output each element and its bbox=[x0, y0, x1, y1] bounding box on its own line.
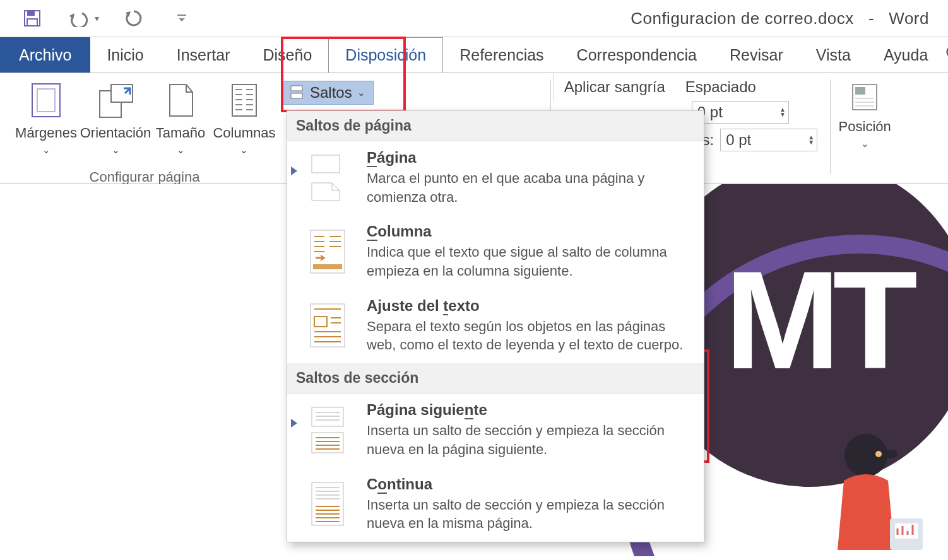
svg-rect-58 bbox=[312, 433, 343, 453]
tab-view[interactable]: Vista bbox=[800, 37, 867, 73]
chevron-down-icon: ⌄ bbox=[357, 87, 365, 98]
lightbulb-icon bbox=[944, 44, 948, 66]
continuous-break-icon bbox=[305, 475, 350, 533]
app-name: Word bbox=[889, 9, 929, 28]
tab-help[interactable]: Ayuda bbox=[867, 37, 944, 73]
column-break-icon bbox=[305, 223, 350, 280]
svg-rect-21 bbox=[291, 93, 302, 98]
spacing-after-input[interactable]: 0 pt ▲▼ bbox=[720, 129, 817, 151]
orientation-icon bbox=[96, 81, 135, 120]
position-icon bbox=[849, 81, 880, 114]
svg-rect-2 bbox=[27, 19, 37, 26]
svg-rect-45 bbox=[313, 264, 342, 269]
breaks-icon bbox=[290, 85, 305, 101]
customize-icon bbox=[176, 13, 187, 24]
breaks-button[interactable]: Saltos ⌄ bbox=[281, 81, 374, 105]
item-title: Ajuste del texto bbox=[367, 297, 691, 315]
tab-design[interactable]: Diseño bbox=[247, 37, 329, 73]
columns-icon bbox=[228, 81, 260, 120]
undo-icon bbox=[67, 9, 92, 27]
spacing-label: Espaciado bbox=[685, 78, 817, 96]
svg-rect-1 bbox=[27, 11, 35, 16]
page-size-icon bbox=[165, 81, 196, 120]
undo-button[interactable]: ▾ bbox=[63, 7, 103, 30]
spinner-arrows-icon[interactable]: ▲▼ bbox=[808, 135, 814, 145]
window-title: Configuracion de correo.docx - Word bbox=[631, 9, 929, 28]
group-page-setup: Márgenes⌄ Orientación⌄ Tamaño⌄ Columnas⌄… bbox=[0, 73, 281, 189]
svg-rect-20 bbox=[291, 86, 302, 91]
spinner-arrows-icon[interactable]: ▲▼ bbox=[779, 107, 786, 117]
document-name: Configuracion de correo.docx bbox=[631, 9, 854, 28]
tell-me-button[interactable] bbox=[944, 37, 948, 73]
break-continuous-item[interactable]: Continua Inserta un salto de sección y e… bbox=[287, 468, 704, 542]
svg-rect-23 bbox=[855, 87, 865, 95]
tab-file[interactable]: Archivo bbox=[0, 37, 90, 73]
logo-text: MT bbox=[725, 241, 910, 400]
item-title: Página siguiente bbox=[367, 401, 691, 419]
tab-mailings[interactable]: Correspondencia bbox=[560, 37, 713, 73]
item-desc: Marca el punto en el que acaba una págin… bbox=[367, 169, 691, 206]
svg-rect-3 bbox=[177, 15, 186, 16]
position-button[interactable]: Posición⌄ bbox=[833, 73, 896, 151]
text-wrap-break-icon bbox=[305, 297, 350, 354]
item-desc: Inserta un salto de sección y empieza la… bbox=[367, 496, 691, 533]
orientation-button[interactable]: Orientación⌄ bbox=[81, 77, 150, 157]
tab-layout[interactable]: Disposición bbox=[328, 37, 443, 73]
tab-insert[interactable]: Insertar bbox=[160, 37, 247, 73]
title-bar: ▾ Configuracion de correo.docx - Word bbox=[0, 0, 948, 37]
svg-rect-36 bbox=[312, 155, 340, 173]
illustration-person bbox=[809, 424, 923, 556]
svg-rect-54 bbox=[312, 407, 343, 426]
chevron-down-icon: ⌄ bbox=[177, 144, 185, 155]
ribbon-tabs: Archivo Inicio Insertar Diseño Disposici… bbox=[0, 37, 948, 73]
tab-home[interactable]: Inicio bbox=[90, 37, 160, 73]
item-title: Continua bbox=[367, 475, 691, 493]
margins-button[interactable]: Márgenes⌄ bbox=[11, 77, 81, 157]
save-icon bbox=[23, 9, 42, 28]
repeat-button[interactable] bbox=[121, 6, 147, 30]
dropdown-header-page-breaks: Saltos de página bbox=[287, 111, 704, 141]
chevron-down-icon: ⌄ bbox=[112, 144, 120, 155]
repeat-icon bbox=[124, 9, 143, 28]
tab-review[interactable]: Revisar bbox=[713, 37, 800, 73]
save-button[interactable] bbox=[19, 6, 45, 30]
break-next-page-item[interactable]: Página siguiente Inserta un salto de sec… bbox=[287, 394, 704, 467]
break-page-item[interactable]: Página Marca el punto en el que acaba un… bbox=[287, 141, 704, 215]
chevron-down-icon: ⌄ bbox=[861, 138, 869, 149]
breaks-dropdown: Saltos de página Página Marca el punto e… bbox=[287, 110, 704, 542]
item-desc: Indica que el texto que sigue al salto d… bbox=[367, 243, 691, 280]
break-column-item[interactable]: Columna Indica que el texto que sigue al… bbox=[287, 215, 704, 289]
chevron-down-icon: ⌄ bbox=[240, 144, 248, 155]
quick-access-toolbar: ▾ bbox=[19, 6, 631, 30]
chevron-down-icon: ⌄ bbox=[42, 144, 50, 155]
indent-label: Aplicar sangría bbox=[564, 78, 665, 96]
group-indent-spacing: Aplicar sangría bbox=[554, 73, 675, 101]
item-desc: Separa el texto según los objetos en las… bbox=[367, 317, 691, 354]
qat-customize-button[interactable] bbox=[172, 10, 191, 26]
item-title: Página bbox=[367, 149, 691, 166]
break-text-wrap-item[interactable]: Ajuste del texto Separa el texto según l… bbox=[287, 289, 704, 363]
chevron-down-icon: ▾ bbox=[95, 13, 99, 23]
spacing-before-input[interactable]: 0 pt ▲▼ bbox=[692, 101, 789, 124]
tab-references[interactable]: Referencias bbox=[443, 37, 560, 73]
item-title: Columna bbox=[367, 223, 691, 240]
columns-button[interactable]: Columnas⌄ bbox=[211, 77, 278, 157]
margins-icon bbox=[29, 81, 63, 120]
svg-point-29 bbox=[875, 451, 882, 457]
page-break-icon bbox=[305, 149, 350, 206]
next-page-break-icon bbox=[305, 401, 350, 458]
dropdown-header-section-breaks: Saltos de sección bbox=[287, 363, 704, 394]
item-desc: Inserta un salto de sección y empieza la… bbox=[367, 421, 691, 458]
size-button[interactable]: Tamaño⌄ bbox=[150, 77, 211, 157]
svg-rect-63 bbox=[312, 482, 343, 525]
